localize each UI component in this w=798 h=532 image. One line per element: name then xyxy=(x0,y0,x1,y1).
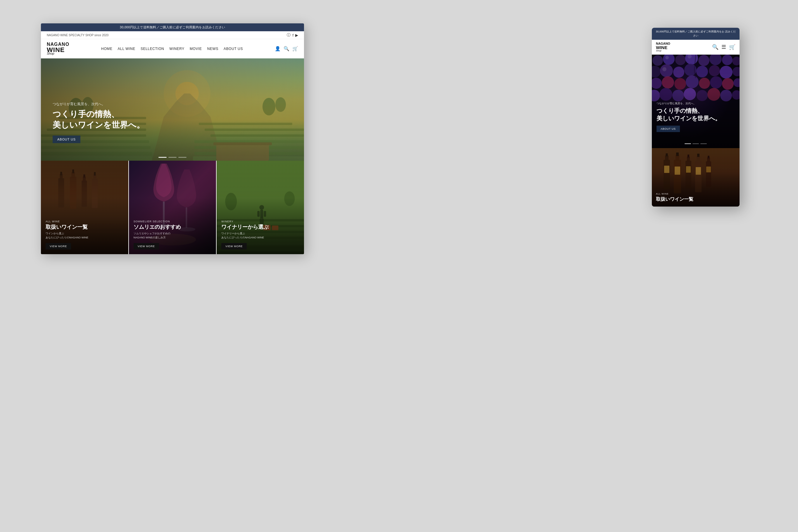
mobile-hero-content: つながりが育む風景を、次代へ。 つくり手の情熱、美しいワインを世界へ。 ABOU… xyxy=(656,102,735,132)
desktop-hero: つながりが育む風景を、次代へ。 つくり手の情熱、美しいワインを世界へ。 ABOU… xyxy=(41,58,304,161)
nav-movie[interactable]: MOVIE xyxy=(190,47,202,51)
nav-home[interactable]: HOME xyxy=(101,47,112,51)
mobile-nav-icons: 🔍 ☰ 🛒 xyxy=(712,44,736,50)
card-sommelier-title: ソムリエのおすすめ xyxy=(134,224,211,230)
mobile-hero-about-button[interactable]: ABOUT US xyxy=(656,126,680,132)
desktop-utility-bar: NAGANO WINE SPECIALTY SHOP since 2020 ⓘ … xyxy=(41,31,304,39)
search-icon[interactable]: 🔍 xyxy=(283,46,290,52)
mobile-search-icon[interactable]: 🔍 xyxy=(712,44,719,50)
hero-subtitle: つながりが育む風景を、次代へ。 xyxy=(53,102,145,107)
card-wine-title: 取扱いワイン一覧 xyxy=(45,224,124,230)
mobile-nav: NAGANO WINE Shop 🔍 ☰ 🛒 xyxy=(652,40,740,55)
hero-about-button[interactable]: ABOUT US xyxy=(53,136,80,143)
mobile-hero-title: つくり手の情熱、美しいワインを世界へ。 xyxy=(656,107,735,122)
nav-news[interactable]: NEWS xyxy=(207,47,218,51)
mobile-card-wine-title: 取扱いワイン一覧 xyxy=(656,196,736,203)
card-sommelier-category: SOMMELIER SELECTION xyxy=(134,220,211,223)
mobile-announcement-bar: 30,000円以上で送料無料／ご購入前に必ずご利用案内をお 読みください xyxy=(652,28,740,40)
hero-content: つながりが育む風景を、次代へ。 つくり手の情熱、美しいワインを世界へ。 ABOU… xyxy=(53,102,145,143)
mobile-menu-icon[interactable]: ☰ xyxy=(721,44,726,50)
mobile-announcement-text: 30,000円以上で送料無料／ご購入前に必ずご利用案内をお 読みください xyxy=(656,30,736,37)
mobile-hero-overlay xyxy=(652,55,740,148)
card-glass-content: SOMMELIER SELECTION ソムリエのおすすめ ソムリエやシェフがお… xyxy=(129,215,216,254)
card-winery: WINERY ワイナリーから選ぶ ワイナリーから選ぶあなたにぴったりのNAGAN… xyxy=(217,161,304,254)
mobile-hero-dots xyxy=(685,144,707,144)
nav-about-us[interactable]: ABOUT US xyxy=(224,47,243,51)
user-icon[interactable]: 👤 xyxy=(275,46,281,52)
youtube-icon[interactable]: ▶ xyxy=(295,33,298,37)
hero-dot-1[interactable] xyxy=(159,157,167,158)
mobile-card-all-wine: ALL WINE 取扱いワイン一覧 xyxy=(652,148,740,207)
card-wine-desc: ワインから選ぶあなたにぴったりのNAGANO WINE xyxy=(45,232,124,240)
mobile-logo-shop: Shop xyxy=(656,50,670,52)
mobile-hero-subtitle: つながりが育む風景を、次代へ。 xyxy=(656,102,735,106)
card-sommelier-btn[interactable]: VIEW MORE xyxy=(134,243,159,249)
desktop-nav-icons: 👤 🔍 🛒 xyxy=(275,46,298,52)
hero-dot-3[interactable] xyxy=(178,157,186,158)
card-wine-btn[interactable]: VIEW MORE xyxy=(45,243,71,249)
nav-all-wine[interactable]: ALL WINE xyxy=(118,47,135,51)
card-wine-content: ALL WINE 取扱いワイン一覧 ワインから選ぶあなたにぴったりのNAGANO… xyxy=(41,215,128,254)
social-icons: ⓘ f ▶ xyxy=(287,33,298,38)
hero-dot-2[interactable] xyxy=(168,157,177,158)
mobile-hero-dot-2[interactable] xyxy=(692,144,699,144)
mobile-logo-wine: WINE xyxy=(656,45,670,50)
mobile-card-wine-category: ALL WINE xyxy=(656,192,736,195)
card-winery-title: ワイナリーから選ぶ xyxy=(221,224,299,230)
card-winery-btn[interactable]: VIEW MORE xyxy=(221,243,247,249)
mobile-card-wine-content: ALL WINE 取扱いワイン一覧 xyxy=(652,188,740,207)
card-sommelier: SOMMELIER SELECTION ソムリエのおすすめ ソムリエやシェフがお… xyxy=(129,161,217,254)
mobile-mockup: 30,000円以上で送料無料／ご購入前に必ずご利用案内をお 読みください NAG… xyxy=(652,28,740,207)
card-all-wine: ALL WINE 取扱いワイン一覧 ワインから選ぶあなたにぴったりのNAGANO… xyxy=(41,161,129,254)
desktop-announcement-bar: 30,000円以上で送料無料／ご購入前に必ずご利用案内をお読みください xyxy=(41,23,304,31)
card-vineyard-content: WINERY ワイナリーから選ぶ ワイナリーから選ぶあなたにぴったりのNAGAN… xyxy=(217,215,304,254)
card-sommelier-desc: ソムリエやシェフがおすすめのNAGANO WINEの楽しみ方 xyxy=(134,232,211,240)
card-winery-category: WINERY xyxy=(221,220,299,223)
instagram-icon[interactable]: ⓘ xyxy=(287,33,291,38)
mobile-hero-dot-3[interactable] xyxy=(700,144,707,144)
facebook-icon[interactable]: f xyxy=(292,33,294,37)
desktop-cards-section: ALL WINE 取扱いワイン一覧 ワインから選ぶあなたにぴったりのNAGANO… xyxy=(41,161,304,254)
card-wine-category: ALL WINE xyxy=(45,220,124,223)
desktop-mockup: 30,000円以上で送料無料／ご購入前に必ずご利用案内をお読みください NAGA… xyxy=(41,23,304,254)
desktop-nav: NAGANO WINE Shop HOME ALL WINE SELLECTIO… xyxy=(41,39,304,58)
nav-sellection[interactable]: SELLECTION xyxy=(141,47,164,51)
hero-dots xyxy=(159,157,186,158)
desktop-nav-links: HOME ALL WINE SELLECTION WINERY MOVIE NE… xyxy=(101,47,243,51)
mobile-hero: つながりが育む風景を、次代へ。 つくり手の情熱、美しいワインを世界へ。 ABOU… xyxy=(652,55,740,148)
cart-icon[interactable]: 🛒 xyxy=(292,46,298,52)
mobile-logo[interactable]: NAGANO WINE Shop xyxy=(656,42,670,52)
mobile-cart-icon[interactable]: 🛒 xyxy=(729,44,736,50)
hero-title: つくり手の情熱、美しいワインを世界へ。 xyxy=(53,109,145,130)
logo-shop: Shop xyxy=(47,52,69,55)
brand-text: NAGANO WINE SPECIALTY SHOP since 2020 xyxy=(47,34,108,37)
nav-winery[interactable]: WINERY xyxy=(169,47,184,51)
card-winery-desc: ワイナリーから選ぶあなたにぴったりのNAGANO WINE xyxy=(221,232,299,240)
desktop-announcement-text: 30,000円以上で送料無料／ご購入前に必ずご利用案内をお読みください xyxy=(120,25,225,29)
desktop-logo[interactable]: NAGANO WINE Shop xyxy=(47,42,69,55)
mobile-hero-dot-1[interactable] xyxy=(685,144,691,144)
